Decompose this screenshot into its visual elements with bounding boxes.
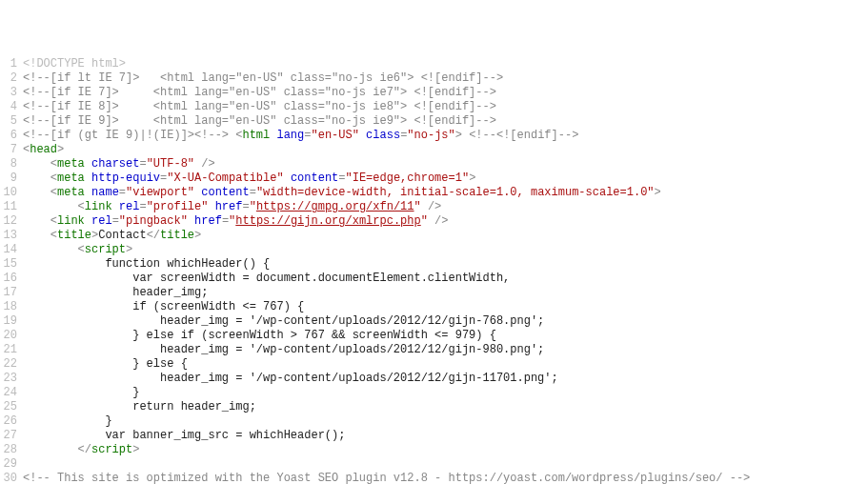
line-number: 16 (0, 272, 23, 286)
code-line: 10 <meta name="viewport" content="width=… (0, 186, 868, 200)
token-text: var banner_img_src = whichHeader(); (23, 429, 345, 442)
code-line: 15 function whichHeader() { (0, 257, 868, 272)
token-tag-name: meta (57, 157, 85, 171)
token-attr-name: name (91, 186, 119, 199)
code-content: } (23, 414, 868, 429)
token-tag-name: link (57, 214, 85, 228)
token-attr-name: rel (119, 200, 140, 213)
token-tag-bracket: < (78, 200, 85, 213)
code-line: 3<!--[if IE 7]> <html lang="en-US" class… (0, 86, 868, 100)
code-line: 8 <meta charset="UTF-8" /> (0, 157, 868, 171)
code-line: 4<!--[if IE 8]> <html lang="en-US" class… (0, 100, 868, 114)
line-number: 29 (0, 457, 23, 472)
token-text (208, 200, 214, 213)
line-number: 9 (0, 171, 23, 186)
token-tag-bracket: /> (428, 214, 449, 228)
token-comment: <!--[if lt IE 7]> <html lang="en-US" cla… (23, 71, 503, 85)
code-content: <!--[if lt IE 7]> <html lang="en-US" cla… (23, 71, 868, 86)
token-text: if (screenWidth <= 767) { (23, 300, 304, 313)
token-tag-bracket: < (78, 243, 85, 256)
code-content: var screenWidth = document.documentEleme… (23, 272, 868, 286)
line-number: 4 (0, 100, 23, 114)
token-attr-name: http-equiv (91, 171, 160, 185)
token-text (85, 157, 91, 171)
token-attr-val: "X-UA-Compatible" (167, 171, 283, 185)
code-content: header_img = '/wp-content/uploads/2012/1… (23, 314, 868, 329)
token-text (23, 186, 50, 199)
token-tag-name: title (57, 229, 91, 242)
code-line: 18 if (screenWidth <= 767) { (0, 300, 868, 314)
token-attr-name: content (201, 186, 249, 199)
line-number: 3 (0, 86, 23, 100)
token-tag-bracket: < (50, 229, 57, 242)
code-line: 9 <meta http-equiv="X-UA-Compatible" con… (0, 171, 868, 186)
token-attr-val: "en-US" (311, 129, 358, 142)
token-attr-val: "width=device-width, initial-scale=1.0, … (256, 186, 655, 199)
token-text (23, 200, 78, 213)
token-link: https://gmpg.org/xfn/11 (256, 200, 414, 213)
token-text: header_img; (23, 286, 208, 299)
token-attr-name: lang (276, 129, 304, 142)
line-number: 22 (0, 357, 23, 372)
token-text (23, 229, 50, 242)
code-line: 1<!DOCTYPE html> (0, 57, 868, 71)
token-text: } else if (screenWidth > 767 && screenWi… (23, 329, 496, 342)
code-line: 23 header_img = '/wp-content/uploads/201… (0, 372, 868, 386)
token-comment: <!--[if (gt IE 9)|!(IE)]><!--> (23, 129, 229, 142)
line-number: 15 (0, 257, 23, 272)
token-text (23, 157, 50, 171)
code-line: 26 } (0, 414, 868, 429)
line-number: 18 (0, 300, 23, 314)
token-attr-eq: = (250, 186, 256, 199)
code-line: 7<head> (0, 143, 868, 157)
code-line: 5<!--[if IE 9]> <html lang="en-US" class… (0, 114, 868, 129)
code-content: <!-- This site is optimized with the Yoa… (23, 472, 868, 484)
line-number: 5 (0, 114, 23, 129)
token-tag-name: meta (57, 171, 85, 185)
line-number: 26 (0, 414, 23, 429)
token-comment: <!--[if IE 7]> <html lang="en-US" class=… (23, 86, 496, 99)
code-line: 24 } (0, 386, 868, 400)
token-tag-bracket: > (455, 129, 462, 142)
code-content: } (23, 386, 868, 400)
token-attr-name: class (366, 129, 400, 142)
token-tag-name: script (91, 443, 132, 456)
token-attr-eq: = (222, 214, 229, 228)
token-tag-name: link (85, 200, 112, 213)
token-text: header_img = '/wp-content/uploads/2012/1… (23, 372, 558, 385)
token-text: } (23, 414, 112, 428)
token-tag-bracket: > (57, 143, 64, 156)
line-number: 14 (0, 243, 23, 257)
token-tag-name: script (85, 243, 126, 256)
token-text: return header_img; (23, 400, 256, 413)
code-line: 27 var banner_img_src = whichHeader(); (0, 429, 868, 443)
token-tag-bracket: </ (147, 229, 160, 242)
code-content: header_img = '/wp-content/uploads/2012/1… (23, 343, 868, 357)
code-line: 2<!--[if lt IE 7]> <html lang="en-US" cl… (0, 71, 868, 86)
line-number: 13 (0, 229, 23, 243)
token-text (23, 443, 78, 456)
code-content: <link rel="pingback" href="https://gijn.… (23, 214, 868, 229)
token-comment: <!--<![endif]--> (469, 129, 578, 142)
token-tag-bracket: < (50, 157, 57, 171)
token-tag-bracket: > (126, 243, 132, 256)
token-attr-val: " (250, 200, 256, 213)
line-number: 28 (0, 443, 23, 457)
code-content: <title>Contact</title> (23, 229, 868, 243)
token-text: var screenWidth = document.documentEleme… (23, 272, 510, 285)
line-number: 6 (0, 129, 23, 143)
line-number: 10 (0, 186, 23, 200)
token-text (188, 214, 194, 228)
line-number: 7 (0, 143, 23, 157)
token-attr-val: "UTF-8" (147, 157, 194, 171)
token-attr-eq: = (139, 157, 146, 171)
token-tag-name: meta (57, 186, 85, 199)
line-number: 27 (0, 429, 23, 443)
token-tag-bracket: /> (421, 200, 442, 213)
token-text: header_img = '/wp-content/uploads/2012/1… (23, 343, 544, 356)
code-content: <link rel="profile" href="https://gmpg.o… (23, 200, 868, 214)
code-content: } else { (23, 357, 868, 372)
code-content: <meta name="viewport" content="width=dev… (23, 186, 868, 200)
token-text: Contact (98, 229, 146, 242)
token-attr-eq: = (139, 200, 146, 213)
